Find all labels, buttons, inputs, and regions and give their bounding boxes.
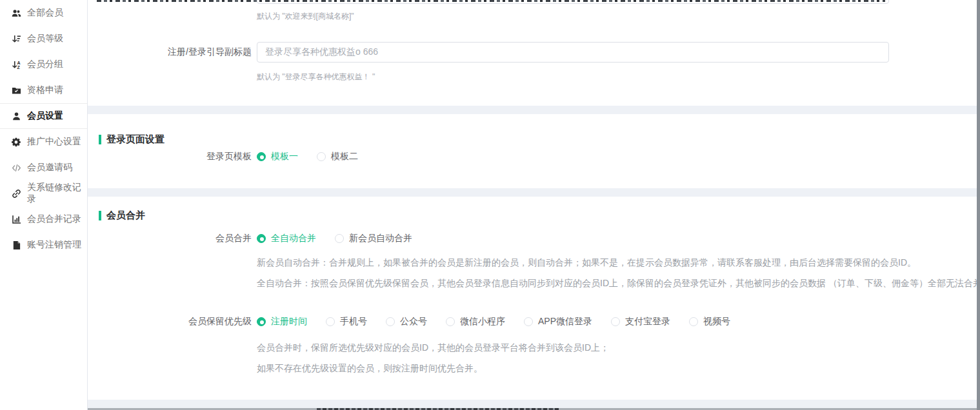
radio-label: 模板一	[271, 151, 298, 162]
radio-label: 手机号	[340, 316, 367, 327]
merge-description-1: 新会员自动合并：合并规则上，如果被合并的会员是新注册的会员，则自动合并；如果不是…	[257, 257, 968, 269]
file-icon	[12, 240, 21, 250]
radio-icon	[257, 317, 266, 326]
bar-chart-icon	[12, 215, 21, 224]
sidebar-item-label: 会员设置	[27, 110, 63, 122]
radio-label: APP微信登录	[538, 316, 592, 327]
radio-icon	[524, 317, 533, 326]
code-icon	[12, 163, 21, 173]
sidebar-item-label: 会员邀请码	[27, 162, 72, 173]
priority-description-2: 如果不存在优先级设置的会员，则按注册时间优先合并。	[257, 363, 968, 375]
section-accent-bar	[99, 135, 101, 144]
merge-mode-label: 会员合并	[88, 233, 252, 244]
radio-icon	[317, 152, 326, 161]
sidebar-item[interactable]: AZ 会员分组	[0, 52, 87, 77]
radio-label: 注册时间	[271, 316, 307, 327]
sidebar-item[interactable]: 会员等级	[0, 26, 87, 52]
sidebar-item-label: 账号注销管理	[27, 239, 81, 251]
login-template-radio-group: 模板一 模板二	[257, 151, 358, 162]
sidebar-item[interactable]: 会员邀请码	[0, 155, 87, 181]
sidebar: 全部会员 会员等级 AZ 会员分组 资格申请 会员设置 推广中心设置 会员邀请码	[0, 0, 88, 410]
sidebar-item-label: 资格申请	[27, 84, 63, 96]
login-template-label: 登录页模板	[88, 151, 252, 162]
sidebar-item-label: 推广中心设置	[27, 136, 81, 148]
retain-priority-row: 会员保留优先级 注册时间 手机号 公众号	[88, 311, 977, 332]
member-merge-section-title: 会员合并	[99, 210, 145, 222]
radio-label: 模板二	[331, 151, 358, 162]
subtitle-input[interactable]	[257, 42, 889, 63]
sidebar-item[interactable]: 资格申请	[0, 77, 87, 103]
radio-icon	[611, 317, 620, 326]
sidebar-item-label: 全部会员	[27, 7, 63, 19]
radio-label: 支付宝登录	[625, 316, 670, 327]
sort-alpha-down-icon: AZ	[12, 60, 21, 70]
sidebar-item-label: 会员合并记录	[27, 213, 81, 225]
radio-option[interactable]: 全自动合并	[257, 233, 316, 244]
cutoff-previous-input	[257, 0, 889, 4]
svg-text:Z: Z	[17, 65, 20, 70]
radio-option[interactable]: 支付宝登录	[611, 316, 670, 327]
subtitle-row: 注册/登录引导副标题	[88, 42, 977, 63]
subtitle-field-label: 注册/登录引导副标题	[88, 46, 252, 58]
radio-icon	[335, 234, 344, 243]
sidebar-item[interactable]: 账号注销管理	[0, 232, 87, 258]
login-template-row: 登录页模板 模板一 模板二	[88, 146, 977, 167]
radio-label: 公众号	[400, 316, 427, 327]
sidebar-item-label: 会员等级	[27, 33, 63, 44]
radio-icon	[257, 234, 266, 243]
merge-mode-row: 会员合并 全自动合并 新会员自动合并	[88, 228, 977, 249]
sort-numeric-down-icon	[12, 34, 21, 44]
retain-priority-label: 会员保留优先级	[88, 316, 252, 327]
sidebar-item-label: 会员分组	[27, 59, 63, 70]
sidebar-item[interactable]: 会员合并记录	[0, 206, 87, 232]
users-icon	[12, 8, 21, 18]
window-right-edge	[977, 0, 980, 410]
svg-text:A: A	[17, 60, 20, 64]
radio-label: 全自动合并	[271, 233, 316, 244]
user-icon	[12, 112, 21, 121]
radio-option[interactable]: 注册时间	[257, 316, 307, 327]
sidebar-item[interactable]: 会员设置	[0, 103, 87, 129]
sidebar-item-label: 关系链修改记录	[27, 182, 87, 205]
main-content: 默认为 "欢迎来到[商城名称]" 注册/登录引导副标题 默认为 "登录尽享各种优…	[88, 0, 977, 410]
merge-description-2: 全自动合并：按照会员保留优先级保留会员，其他会员登录信息自动同步到对应的会员ID…	[257, 278, 968, 289]
radio-option[interactable]: 微信小程序	[446, 316, 505, 327]
radio-label: 视频号	[703, 316, 730, 327]
radio-option[interactable]: 视频号	[689, 316, 730, 327]
section-title-text: 会员合并	[106, 210, 145, 222]
section-accent-bar	[99, 211, 101, 220]
radio-label: 新会员自动合并	[349, 233, 412, 244]
section-title-text: 登录页面设置	[106, 133, 165, 146]
radio-option[interactable]: 新会员自动合并	[335, 233, 412, 244]
sidebar-item[interactable]: 推广中心设置	[0, 129, 87, 155]
member-merge-card: 会员合并 会员合并 全自动合并 新会员自动合并 新会员自动合并：合并规则上，	[88, 197, 977, 400]
radio-icon	[386, 317, 395, 326]
subtitle-hint: 默认为 "登录尽享各种优惠权益！ "	[257, 72, 375, 83]
login-page-settings-card: 登录页面设置 登录页模板 模板一 模板二	[88, 114, 977, 188]
retain-priority-radio-group: 注册时间 手机号 公众号 微信小程序	[257, 316, 730, 327]
sidebar-item[interactable]: 关系链修改记录	[0, 181, 87, 206]
radio-option[interactable]: 公众号	[386, 316, 427, 327]
radio-icon	[689, 317, 698, 326]
priority-description-1: 会员合并时，保留所选优先级对应的会员ID，其他的会员登录平台将合并到该会员ID上…	[257, 342, 968, 354]
radio-icon	[257, 152, 266, 161]
radio-option[interactable]: 手机号	[326, 316, 367, 327]
radio-option[interactable]: APP微信登录	[524, 316, 592, 327]
login-page-section-title: 登录页面设置	[99, 133, 165, 146]
radio-label: 微信小程序	[460, 316, 505, 327]
radio-option[interactable]: 模板二	[317, 151, 358, 162]
sidebar-item[interactable]: 全部会员	[0, 0, 87, 26]
folder-check-icon	[12, 86, 21, 95]
radio-option[interactable]: 模板一	[257, 151, 298, 162]
register-login-guide-card: 默认为 "欢迎来到[商城名称]" 注册/登录引导副标题 默认为 "登录尽享各种优…	[88, 0, 977, 106]
gear-icon	[12, 137, 21, 147]
radio-icon	[326, 317, 335, 326]
radio-icon	[446, 317, 455, 326]
guide-title-hint: 默认为 "欢迎来到[商城名称]"	[257, 11, 354, 22]
link-icon	[12, 189, 21, 199]
merge-mode-radio-group: 全自动合并 新会员自动合并	[257, 233, 412, 244]
